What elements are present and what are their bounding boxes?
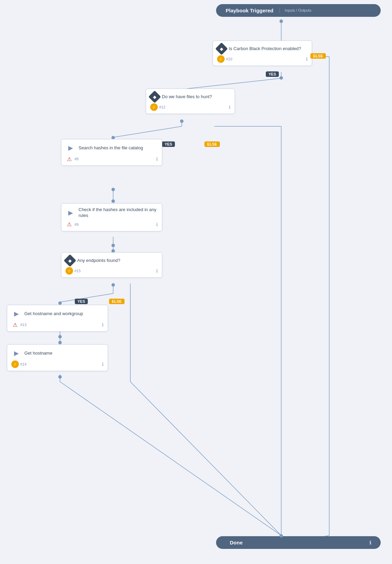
action-icon-n14: ▶ bbox=[11, 348, 22, 358]
info-icon-n10[interactable]: ℹ bbox=[306, 56, 308, 62]
dot-trigger-out bbox=[280, 20, 283, 23]
dot-done-in bbox=[280, 534, 283, 538]
node-title-n9: Check if the hashes are included in any … bbox=[79, 207, 158, 219]
node-title-n10: Is Carbon Black Protection enabled? bbox=[229, 46, 301, 52]
info-icon-n8[interactable]: ℹ bbox=[156, 156, 158, 162]
badge-icon-n12: ⚡ bbox=[150, 103, 158, 111]
dot-n13-in bbox=[58, 301, 62, 305]
connections-svg bbox=[0, 0, 392, 564]
node-n12[interactable]: ◆ Do we have files to hunt? ⚡ #12 ℹ bbox=[146, 89, 235, 114]
playbook-canvas: Playbook Triggered Inputs / Outputs ◆ Is… bbox=[0, 0, 392, 564]
action-icon-n13: ▶ bbox=[11, 309, 22, 319]
node-n9[interactable]: ▶ Check if the hashes are included in an… bbox=[61, 203, 162, 231]
trigger-node[interactable]: Playbook Triggered Inputs / Outputs bbox=[216, 4, 381, 17]
dot-n15-out bbox=[111, 283, 115, 287]
node-n10[interactable]: ◆ Is Carbon Black Protection enabled? ⚡ … bbox=[213, 41, 312, 66]
dot-n14-in bbox=[58, 341, 62, 344]
badge-icon-n13: ⚠ bbox=[11, 321, 19, 329]
dot-n13-out bbox=[58, 335, 62, 338]
dot-n14-out bbox=[58, 375, 62, 379]
svg-line-14 bbox=[60, 382, 281, 536]
node-title-n8: Search hashes in the file catalog bbox=[79, 145, 143, 151]
badge-num-n10: #10 bbox=[226, 57, 232, 61]
done-label: Done bbox=[230, 540, 243, 545]
badge-icon-n14: ⚡ bbox=[11, 360, 19, 368]
dot-n12-out bbox=[180, 119, 183, 123]
node-n15[interactable]: ◆ Any endpoints found? ⚡ #15 ℹ bbox=[61, 252, 162, 278]
badge-num-n8: #8 bbox=[74, 157, 79, 161]
node-title-n14: Get hostname bbox=[24, 350, 52, 356]
badge-icon-n8: ⚠ bbox=[66, 155, 73, 163]
node-title-n15: Any endpoints found? bbox=[77, 258, 120, 264]
condition-icon-n15: ◆ bbox=[64, 254, 76, 267]
yes-label-n15: YES bbox=[75, 299, 88, 304]
info-icon-n15[interactable]: ℹ bbox=[156, 268, 158, 274]
inputs-outputs[interactable]: Inputs / Outputs bbox=[280, 8, 311, 13]
node-title-n13: Get hostname and workgroup bbox=[24, 311, 83, 317]
node-title-n12: Do we have files to hunt? bbox=[162, 94, 212, 100]
action-icon-n9: ▶ bbox=[66, 208, 76, 218]
else-label-n10: ELSE bbox=[310, 53, 326, 59]
trigger-label: Playbook Triggered bbox=[226, 8, 273, 13]
node-n13[interactable]: ▶ Get hostname and workgroup ⚠ #13 ℹ bbox=[7, 305, 108, 332]
info-icon-n14[interactable]: ℹ bbox=[102, 361, 104, 367]
info-icon-n12[interactable]: ℹ bbox=[229, 104, 230, 110]
badge-icon-n10: ⚡ bbox=[217, 55, 225, 63]
dot-n10-yes bbox=[280, 76, 283, 80]
badge-num-n12: #12 bbox=[159, 105, 165, 109]
svg-line-4 bbox=[113, 126, 182, 137]
svg-line-2 bbox=[182, 78, 281, 89]
done-node[interactable]: Done ℹ bbox=[216, 536, 381, 549]
svg-line-21 bbox=[130, 382, 281, 536]
dot-n8-out bbox=[111, 188, 115, 191]
info-icon-n9[interactable]: ℹ bbox=[156, 222, 158, 227]
else-label-n12: ELSE bbox=[204, 141, 220, 147]
badge-num-n14: #14 bbox=[20, 362, 26, 366]
badge-icon-n15: ⚡ bbox=[66, 267, 73, 275]
info-icon-done[interactable]: ℹ bbox=[369, 540, 371, 545]
dot-n9-in bbox=[111, 199, 115, 203]
action-icon-n8: ▶ bbox=[66, 143, 76, 153]
badge-num-n9: #9 bbox=[74, 222, 79, 227]
yes-label-n12: YES bbox=[162, 141, 175, 147]
else-label-n15: ELSE bbox=[109, 299, 124, 304]
node-n8[interactable]: ▶ Search hashes in the file catalog ⚠ #8… bbox=[61, 139, 162, 166]
node-n14[interactable]: ▶ Get hostname ⚡ #14 ℹ bbox=[7, 344, 108, 371]
dot-n9-out bbox=[111, 244, 115, 247]
yes-label-n10: YES bbox=[266, 71, 279, 77]
badge-num-n15: #15 bbox=[74, 269, 81, 273]
badge-icon-n9: ⚠ bbox=[66, 221, 73, 228]
condition-icon-n10: ◆ bbox=[215, 43, 228, 55]
condition-icon-n12: ◆ bbox=[149, 91, 161, 103]
badge-num-n13: #13 bbox=[20, 323, 26, 327]
info-icon-n13[interactable]: ℹ bbox=[102, 322, 104, 327]
